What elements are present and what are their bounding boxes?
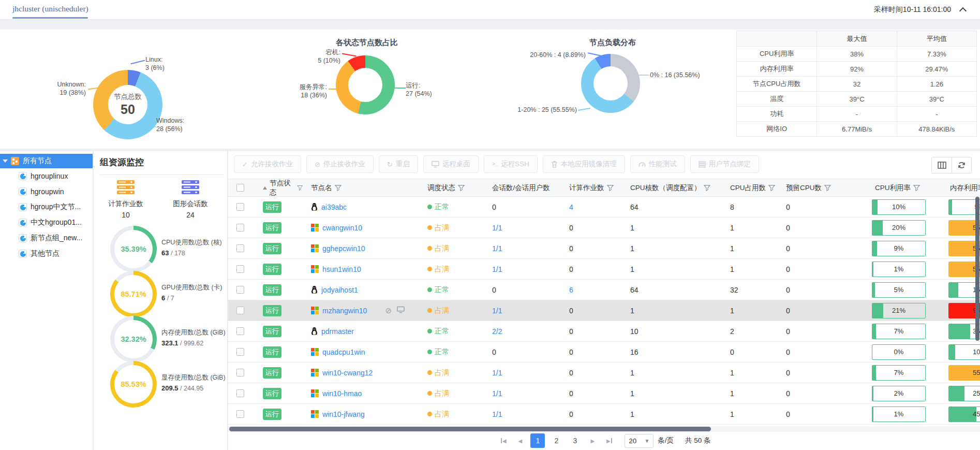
table-row[interactable]: 运行 hsun1win10 占满 1/1 0 1 1 0 1% 55%: [228, 259, 980, 280]
cores-value: 1: [622, 410, 722, 418]
sidebar-item-hgroupxxxxxx[interactable]: hgroup中文节...: [0, 199, 93, 215]
node-name-link[interactable]: win10-jfwang: [322, 410, 365, 418]
row-checkbox[interactable]: [236, 244, 244, 252]
page-number-1[interactable]: 1: [530, 433, 545, 448]
vertical-scrollbar-thumb[interactable]: [975, 197, 979, 341]
sidebar-item-all-nodes[interactable]: 所有节点: [0, 154, 93, 168]
node-name-link[interactable]: gghepcwin10: [322, 244, 365, 253]
row-checkbox[interactable]: [236, 224, 244, 231]
page-number-3[interactable]: 3: [568, 433, 582, 448]
reserved-cpu-value: 0: [778, 410, 867, 418]
gauge-toolbar-button[interactable]: 性能测试: [630, 155, 685, 173]
row-checkbox[interactable]: [236, 307, 244, 314]
table-row[interactable]: 运行 win10-hmao 占满 1/1 0 1 1 0 2% 25%: [228, 383, 980, 404]
sessions-value[interactable]: 1/1: [492, 265, 502, 273]
stats-row: 温度39°C39°C: [737, 91, 976, 106]
table-row[interactable]: 运行 gghepcwin10 占满 1/1 0 1 1 0 9% 55%: [228, 238, 980, 259]
node-name-link[interactable]: mzhangwin10: [322, 307, 367, 315]
table-row[interactable]: 运行 pdrmaster 正常 2/2 0 10 2 0 7% 35%: [228, 321, 980, 342]
sessions-value[interactable]: 1/1: [492, 410, 502, 418]
row-checkbox[interactable]: [236, 389, 244, 397]
collapse-panel-button[interactable]: [957, 5, 969, 16]
check-toolbar-button[interactable]: ✓允许接收作业: [234, 155, 301, 173]
page-size-select[interactable]: 20 ▼: [625, 434, 654, 448]
sessions-value[interactable]: 1/1: [492, 224, 502, 232]
sidebar-item-hgroupwin[interactable]: hgroupwin: [0, 184, 93, 199]
next-page-button[interactable]: ▶: [586, 438, 599, 444]
sessions-value[interactable]: 1/1: [492, 244, 502, 253]
row-checkbox[interactable]: [236, 265, 244, 273]
refresh-toolbar-button[interactable]: ↻重启: [379, 155, 418, 173]
node-name-link[interactable]: win10-hmao: [322, 389, 362, 398]
server-toolbar-button[interactable]: 用户节点绑定: [690, 155, 759, 173]
filter-funnel-icon[interactable]: [607, 185, 614, 191]
group-resource-monitor-panel: 组资源监控 计算作业数 10 图形会话数 24 35.39% CPU使用数/总数…: [94, 151, 228, 450]
select-all-checkbox[interactable]: [236, 184, 244, 192]
jobs-value[interactable]: 4: [569, 203, 573, 211]
columns-view-button[interactable]: [932, 157, 952, 173]
node-name-link[interactable]: hsun1win10: [322, 265, 361, 273]
monitor-action-icon[interactable]: [397, 306, 405, 315]
sched-status-dot: [427, 205, 432, 209]
filter-funnel-icon[interactable]: [297, 185, 303, 191]
last-page-button[interactable]: ▶: [603, 438, 615, 444]
sessions-value[interactable]: 1/1: [492, 307, 502, 315]
terminal-toolbar-button[interactable]: >_远程SSH: [484, 155, 538, 173]
cluster-tab[interactable]: jhcluster (unischeduler): [12, 4, 88, 13]
table-row[interactable]: 运行 jodyaihost1 正常 0 6 64 32 0 5% 15%: [228, 280, 980, 300]
filter-funnel-icon[interactable]: [458, 185, 465, 191]
sched-status-dot: [427, 350, 432, 354]
row-checkbox[interactable]: [236, 410, 244, 418]
jobs-value[interactable]: 6: [569, 286, 573, 294]
table-row[interactable]: 运行 quadcpu1win 正常 0 0 16 0 0 0% 10%: [228, 342, 980, 362]
sidebar-item-xxxx_newxxx[interactable]: 新节点组_new...: [0, 230, 93, 246]
tree-expand-caret-icon[interactable]: [3, 159, 8, 163]
node-name-link[interactable]: win10-cwang12: [322, 369, 373, 377]
node-name-link[interactable]: jodyaihost1: [321, 286, 358, 294]
table-row[interactable]: 运行 win10-cwang12 占满 1/1 0 1 1 0 7% 55%: [228, 362, 980, 383]
filter-funnel-icon[interactable]: [913, 185, 920, 191]
filter-funnel-icon[interactable]: [768, 185, 775, 191]
row-checkbox[interactable]: [236, 327, 244, 335]
trash-toolbar-button[interactable]: 本地应用镜像清理: [543, 155, 625, 173]
table-row[interactable]: 运行 mzhangwin10 ⊘ 占满 1/1 0 1 1 0 21% 95%: [228, 300, 980, 321]
sessions-value[interactable]: 1/1: [492, 369, 502, 377]
node-name-link[interactable]: cwangwin10: [322, 224, 362, 232]
horizontal-scrollbar-thumb[interactable]: [229, 427, 711, 431]
page-number-2[interactable]: 2: [549, 433, 563, 448]
vertical-scrollbar[interactable]: [975, 197, 979, 425]
row-checkbox[interactable]: [236, 369, 244, 376]
row-checkbox[interactable]: [236, 286, 244, 294]
node-name-link[interactable]: pdrmaster: [321, 327, 354, 336]
first-page-button[interactable]: ◀: [497, 438, 510, 444]
sidebar-item-hgrouplinux[interactable]: hgrouplinux: [0, 168, 93, 184]
ban-action-icon[interactable]: ⊘: [385, 307, 392, 314]
node-group-icon: [19, 172, 27, 180]
ban-toolbar-button[interactable]: ⊘停止接收作业: [306, 155, 374, 173]
jobs-value: 0: [569, 307, 573, 315]
row-checkbox[interactable]: [236, 203, 244, 211]
sidebar-item-xxxx[interactable]: 其他节点: [0, 246, 93, 262]
sessions-value[interactable]: 2/2: [492, 327, 502, 336]
node-name-link[interactable]: quadcpu1win: [322, 348, 365, 356]
sort-ascending-icon[interactable]: [263, 186, 267, 190]
prev-page-button[interactable]: ◀: [514, 438, 526, 444]
monitor-toolbar-button[interactable]: 远程桌面: [423, 155, 479, 173]
linux-os-icon: [311, 286, 318, 294]
horizontal-scrollbar[interactable]: [228, 426, 980, 432]
column-header: CPU利用率: [867, 179, 942, 196]
table-row[interactable]: 运行 ai39abc 正常 0 4 64 8 0 10% 5%: [228, 197, 980, 217]
sessions-value[interactable]: 1/1: [492, 389, 502, 398]
table-row[interactable]: 运行 cwangwin10 占满 1/1 0 1 1 0 20% 55%: [228, 217, 980, 238]
sched-status-label: 占满: [435, 265, 449, 274]
gauge-icon: [639, 161, 646, 167]
filter-funnel-icon[interactable]: [704, 185, 710, 191]
row-checkbox[interactable]: [236, 348, 244, 356]
filter-funnel-icon[interactable]: [335, 185, 341, 191]
filter-funnel-icon[interactable]: [824, 185, 831, 191]
table-row[interactable]: 运行 win10-jfwang 占满 1/1 0 1 1 0 1% 45%: [228, 404, 980, 425]
node-name-link[interactable]: ai39abc: [321, 203, 347, 211]
donut-label-windows: Windows:28 (56%): [156, 117, 184, 134]
sidebar-item-xxhgroup01xxx[interactable]: 中文hgroup01...: [0, 215, 93, 230]
sync-view-button[interactable]: [952, 157, 971, 173]
